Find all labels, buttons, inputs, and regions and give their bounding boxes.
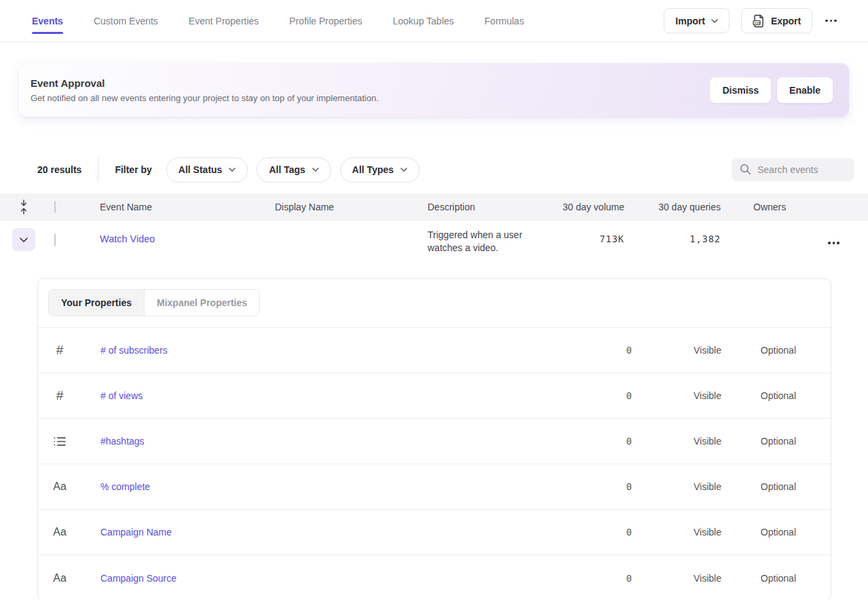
number-icon: #: [56, 343, 64, 358]
svg-text:csv: csv: [754, 21, 760, 24]
property-requirement: Optional: [721, 573, 796, 584]
column-display-name[interactable]: Display Name: [267, 202, 420, 212]
column-description[interactable]: Description: [420, 202, 550, 212]
property-visibility: Visible: [632, 527, 721, 538]
property-link[interactable]: Campaign Name: [100, 527, 172, 538]
tab-events-label: Events: [32, 16, 63, 26]
property-row: Aa Campaign Name 0 Visible Optional: [38, 510, 831, 555]
export-button[interactable]: csv Export: [741, 8, 812, 33]
active-tab-underline: [32, 32, 63, 35]
property-queries: 0: [501, 345, 632, 356]
chevron-down-icon: [400, 168, 407, 172]
search-container: [732, 158, 854, 181]
csv-file-icon: csv: [753, 14, 765, 28]
import-button[interactable]: Import: [664, 8, 730, 33]
property-row: # # of views 0 Visible Optional: [38, 373, 831, 419]
property-row: # # of subscribers 0 Visible Optional: [38, 328, 831, 373]
tab-formulas[interactable]: Formulas: [485, 0, 524, 41]
text-type-icon: Aa: [53, 481, 67, 493]
property-queries: 0: [501, 390, 632, 401]
select-all-checkbox[interactable]: [54, 201, 56, 213]
text-type-icon: Aa: [53, 526, 67, 538]
row-checkbox[interactable]: [54, 233, 56, 246]
property-visibility: Visible: [632, 390, 721, 401]
property-requirement: Optional: [721, 527, 796, 538]
property-requirement: Optional: [721, 390, 796, 401]
property-queries: 0: [501, 527, 632, 538]
number-icon: #: [56, 388, 64, 403]
tab-lookup-tables[interactable]: Lookup Tables: [393, 0, 454, 41]
search-icon: [740, 164, 751, 175]
tab-event-properties[interactable]: Event Properties: [189, 0, 259, 41]
property-queries: 0: [501, 436, 632, 447]
banner-subtitle: Get notified on all new events entering …: [31, 93, 710, 103]
chevron-down-icon: [711, 19, 718, 23]
collapse-all-icon[interactable]: [19, 200, 29, 214]
event-name-link[interactable]: Watch Video: [92, 221, 267, 244]
property-queries: 0: [501, 481, 632, 492]
banner-title: Event Approval: [31, 77, 710, 89]
results-count: 20 results: [37, 164, 81, 175]
property-link[interactable]: % complete: [100, 481, 150, 492]
chevron-down-icon: [20, 238, 28, 242]
property-visibility: Visible: [632, 345, 721, 356]
column-queries[interactable]: 30 day queries: [624, 202, 721, 212]
export-label: Export: [771, 16, 801, 26]
property-link[interactable]: # of subscribers: [100, 345, 168, 356]
filter-bar: 20 results Filter by All Status All Tags…: [0, 157, 868, 182]
property-row: #hashtags 0 Visible Optional: [38, 419, 831, 464]
nav-actions: Import csv Export: [664, 8, 838, 33]
property-queries: 0: [501, 573, 632, 584]
properties-tab-group: Your Properties Mixpanel Properties: [48, 289, 260, 316]
dismiss-button[interactable]: Dismiss: [710, 77, 771, 103]
column-volume[interactable]: 30 day volume: [550, 202, 624, 212]
column-owners[interactable]: Owners: [721, 202, 812, 212]
filter-by-label: Filter by: [115, 164, 151, 175]
divider: [98, 157, 98, 183]
event-properties-panel: Your Properties Mixpanel Properties # # …: [37, 278, 831, 600]
property-link[interactable]: Campaign Source: [100, 573, 176, 584]
tab-your-properties[interactable]: Your Properties: [49, 290, 145, 316]
tab-events[interactable]: Events: [32, 0, 63, 41]
events-table-header: Event Name Display Name Description 30 d…: [0, 193, 868, 221]
tab-mixpanel-properties[interactable]: Mixpanel Properties: [145, 290, 259, 316]
banner-text: Event Approval Get notified on all new e…: [31, 77, 710, 103]
list-icon: [54, 436, 66, 447]
queries-cell: 1,382: [624, 221, 721, 244]
tags-filter-dropdown[interactable]: All Tags: [257, 157, 331, 183]
property-row: Aa Campaign Source 0 Visible Optional: [38, 555, 831, 600]
import-label: Import: [675, 16, 705, 26]
top-navigation: Events Custom Events Event Properties Pr…: [0, 0, 868, 42]
types-filter-dropdown[interactable]: All Types: [340, 157, 419, 183]
column-event-name[interactable]: Event Name: [92, 202, 267, 212]
property-visibility: Visible: [632, 436, 721, 447]
event-approval-banner: Event Approval Get notified on all new e…: [19, 63, 849, 117]
property-visibility: Visible: [632, 573, 721, 584]
chevron-down-icon: [312, 168, 319, 172]
event-row-watch-video: Watch Video Triggered when a user watche…: [0, 221, 868, 272]
property-link[interactable]: # of views: [100, 390, 143, 401]
lexicon-tabs: Events Custom Events Event Properties Pr…: [32, 0, 664, 41]
property-requirement: Optional: [721, 481, 796, 492]
more-actions-icon[interactable]: [824, 16, 838, 26]
enable-button[interactable]: Enable: [777, 77, 833, 103]
chevron-down-icon: [229, 168, 235, 172]
property-row: Aa % complete 0 Visible Optional: [38, 464, 831, 510]
description-cell: Triggered when a user watches a video.: [420, 221, 549, 255]
collapse-row-button[interactable]: [12, 228, 35, 251]
text-type-icon: Aa: [53, 572, 67, 584]
property-link[interactable]: #hashtags: [100, 436, 145, 447]
status-filter-dropdown[interactable]: All Status: [166, 157, 248, 183]
property-requirement: Optional: [721, 345, 796, 356]
property-visibility: Visible: [632, 481, 721, 492]
tab-custom-events[interactable]: Custom Events: [94, 0, 158, 41]
volume-cell: 713K: [550, 221, 624, 244]
row-more-actions-icon[interactable]: [827, 238, 841, 248]
banner-actions: Dismiss Enable: [710, 77, 833, 103]
property-requirement: Optional: [721, 436, 796, 447]
tab-profile-properties[interactable]: Profile Properties: [289, 0, 362, 41]
